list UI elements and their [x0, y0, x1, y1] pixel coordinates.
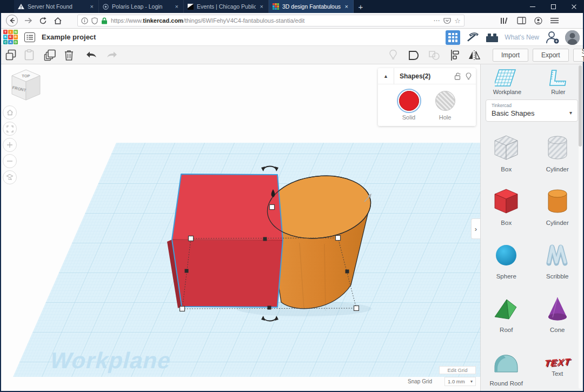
- box-object[interactable]: [167, 174, 283, 308]
- view-cube[interactable]: TOP FRONT: [10, 69, 42, 104]
- align-button[interactable]: [449, 49, 460, 61]
- ungroup-button[interactable]: [428, 49, 441, 61]
- logo-tile: D: [14, 40, 18, 44]
- dashboard-grid-button[interactable]: [446, 30, 460, 45]
- shape-roof[interactable]: Roof: [481, 287, 532, 340]
- sidebar-collapse-handle[interactable]: ›: [471, 218, 480, 239]
- pocket-icon[interactable]: [443, 17, 451, 24]
- sidebar-panel-icon[interactable]: [517, 17, 526, 24]
- duplicate-button[interactable]: [44, 49, 56, 61]
- export-button[interactable]: Export: [533, 49, 569, 62]
- shape-library-dropdown[interactable]: Tinkercad Basic Shapes ▾: [486, 99, 578, 122]
- logo-tile: N: [14, 30, 18, 34]
- lock-icon[interactable]: [101, 17, 108, 24]
- shape-round-roof[interactable]: Round Roof: [481, 340, 532, 392]
- design-canvas[interactable]: Workplane: [1, 64, 480, 391]
- unlock-icon[interactable]: [454, 72, 461, 80]
- logo-tile: T: [3, 30, 8, 34]
- shield-icon[interactable]: [91, 17, 98, 24]
- minecraft-pickaxe-icon[interactable]: [466, 30, 480, 44]
- brick-icon[interactable]: [485, 31, 499, 43]
- page-actions-icon[interactable]: ⋯: [433, 17, 440, 24]
- workplane-icon: [495, 69, 520, 87]
- snap-grid-dropdown[interactable]: 1.0 mm ▾: [444, 377, 476, 386]
- collapse-panel-button[interactable]: ▲: [378, 68, 394, 84]
- workplane-tool[interactable]: Workplane: [493, 69, 521, 95]
- logo-tile: A: [8, 40, 12, 44]
- shape-box-red[interactable]: Box: [481, 180, 532, 233]
- info-icon[interactable]: [81, 17, 88, 24]
- new-tab-button[interactable]: +: [354, 0, 368, 13]
- perspective-toggle-button[interactable]: [3, 170, 17, 184]
- redo-button[interactable]: [105, 50, 118, 60]
- library-icon[interactable]: [500, 17, 509, 25]
- shape-box-hole[interactable]: Box: [481, 126, 532, 180]
- sidebar-scrollbar[interactable]: [579, 65, 582, 389]
- solid-swatch[interactable]: [399, 91, 419, 111]
- show-all-button[interactable]: [389, 49, 397, 61]
- tinkercad-icon: [273, 3, 279, 10]
- navbar: https://www.tinkercad.com/things/6WIFehy…: [1, 13, 583, 29]
- shape-cylinder-hole[interactable]: Cylinder: [532, 126, 583, 180]
- shapes-panel-body: Solid Hole: [378, 84, 476, 126]
- edit-toolbar: Import Export Send To: [1, 46, 583, 64]
- avatar[interactable]: [565, 30, 580, 45]
- mirror-button[interactable]: [468, 49, 481, 61]
- hole-swatch[interactable]: [435, 91, 455, 111]
- shape-scribble[interactable]: Scribble: [532, 233, 583, 287]
- tinkercad-logo[interactable]: T I N K E R C A D: [3, 30, 18, 44]
- text-icon: TEXT: [544, 356, 571, 369]
- url-bar[interactable]: https://www.tinkercad.com/things/6WIFehy…: [77, 15, 464, 26]
- send-to-button[interactable]: Send To: [573, 49, 584, 62]
- forward-button[interactable]: [24, 17, 32, 24]
- tab-title: Server Not Found: [28, 3, 86, 10]
- library-site-icon: [188, 4, 194, 10]
- tab-close-icon[interactable]: ×: [89, 3, 95, 10]
- tab-tinkercad-active[interactable]: 3D design Fantabulous Stantia ×: [269, 0, 354, 13]
- solid-option[interactable]: Solid: [399, 91, 419, 121]
- maximize-button[interactable]: [543, 0, 563, 13]
- back-button[interactable]: [5, 14, 18, 27]
- scrollbar-thumb[interactable]: [579, 65, 582, 147]
- group-button[interactable]: [407, 49, 420, 61]
- tab-close-icon[interactable]: ×: [174, 3, 180, 10]
- reload-button[interactable]: [39, 17, 47, 25]
- hole-option[interactable]: Hole: [435, 91, 455, 121]
- home-button[interactable]: [54, 17, 62, 25]
- menu-icon[interactable]: [550, 17, 559, 24]
- shape-gallery: Box Cylinder Box: [481, 124, 583, 392]
- delete-button[interactable]: [64, 49, 74, 61]
- logo-tile: E: [8, 35, 12, 39]
- paste-button[interactable]: [24, 49, 34, 61]
- bookmark-star-icon[interactable]: ☆: [454, 17, 461, 25]
- add-user-icon[interactable]: [545, 30, 560, 44]
- copy-button[interactable]: [5, 49, 17, 61]
- tab-close-icon[interactable]: ×: [259, 3, 264, 10]
- tab-polaris-leap[interactable]: Polaris Leap - Login ×: [99, 0, 184, 13]
- zoom-out-button[interactable]: [3, 154, 17, 168]
- minimize-button[interactable]: [522, 0, 543, 13]
- logo-tile: C: [3, 40, 8, 44]
- shape-sphere[interactable]: Sphere: [481, 233, 532, 287]
- tab-chicago-public-library[interactable]: Events | Chicago Public Library ×: [184, 0, 269, 13]
- import-button[interactable]: Import: [493, 49, 528, 62]
- shape-text[interactable]: TEXT Text: [532, 340, 583, 392]
- account-icon[interactable]: [534, 17, 542, 25]
- whats-new-link[interactable]: What's New: [505, 34, 539, 41]
- fit-view-button[interactable]: [3, 122, 17, 136]
- undo-button[interactable]: [85, 50, 98, 60]
- edit-grid-button[interactable]: Edit Grid: [439, 366, 476, 374]
- home-view-button[interactable]: [3, 105, 17, 119]
- zoom-in-button[interactable]: [3, 138, 17, 152]
- url-text[interactable]: https://www.tinkercad.com/things/6WIFehy…: [111, 17, 430, 24]
- project-list-button[interactable]: [24, 32, 35, 42]
- ruler-tool[interactable]: Ruler: [546, 69, 570, 95]
- titlebar-fill: [368, 0, 522, 13]
- scribble-icon: [542, 241, 573, 271]
- tab-server-not-found[interactable]: Server Not Found ×: [14, 0, 99, 13]
- lightbulb-icon[interactable]: [466, 72, 472, 80]
- tab-close-icon[interactable]: ×: [344, 3, 349, 10]
- shape-cylinder-orange[interactable]: Cylinder: [532, 180, 583, 233]
- shape-cone[interactable]: Cone: [532, 287, 583, 340]
- close-button[interactable]: [563, 0, 584, 13]
